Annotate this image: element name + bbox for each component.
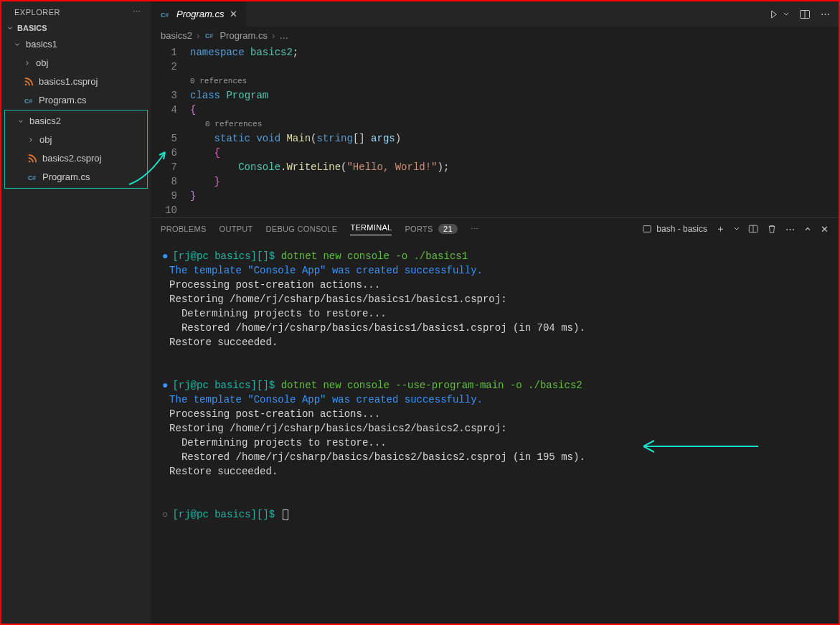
explorer-sidebar: EXPLORER ⋯ BASICS basics1 obj basics1.cs… (1, 1, 151, 624)
chevron-down-icon (6, 24, 14, 32)
file-basics2-program[interactable]: C# Program.cs (5, 168, 147, 187)
term-line: Restore succeeded. (162, 464, 827, 479)
svg-text:C#: C# (161, 11, 169, 18)
tok-close: ) (438, 161, 443, 173)
tok-args: args (371, 133, 395, 144)
term-line: The template "Console App" was created s… (162, 393, 827, 407)
chevron-right-icon: › (272, 30, 275, 41)
breadcrumb-folder: basics2 (161, 30, 192, 41)
csharp-file-icon: C# (23, 95, 34, 106)
trash-icon[interactable] (767, 224, 777, 234)
term-line: Processing post-creation actions... (162, 278, 827, 292)
chevron-up-icon[interactable] (803, 225, 812, 233)
bottom-panel: PROBLEMS OUTPUT DEBUG CONSOLE TERMINAL P… (151, 217, 839, 624)
prompt: [rj@pc basics][]$ (172, 250, 280, 262)
file-label: basics1.csproj (39, 74, 98, 90)
folder-basics2[interactable]: basics2 (5, 112, 147, 131)
terminal-selector[interactable]: bash - basics (642, 224, 707, 234)
terminal-dropdown-icon[interactable] (734, 226, 740, 232)
csproj-file-icon (23, 76, 34, 88)
cursor (283, 509, 288, 520)
close-panel-icon[interactable]: ✕ (821, 224, 829, 235)
tab-label: Program.cs (176, 9, 224, 19)
panel-tabs: PROBLEMS OUTPUT DEBUG CONSOLE TERMINAL P… (151, 218, 839, 240)
highlighted-folder-box: basics2 obj basics2.csproj C# Program.cs (4, 110, 148, 189)
folder-label: obj (36, 55, 48, 71)
chevron-down-icon (16, 118, 25, 125)
tab-program-cs[interactable]: C# Program.cs ✕ (151, 1, 247, 27)
term-line: Determining projects to restore... (162, 306, 827, 321)
breadcrumb-ellipsis: … (279, 30, 288, 41)
csproj-file-icon (27, 153, 38, 164)
tok-writeline: WriteLine (286, 161, 341, 173)
code-editor[interactable]: 1 2 3 4 5 6 7 8 9 10 namespace basics2; … (151, 44, 839, 217)
tab-problems[interactable]: PROBLEMS (161, 225, 207, 233)
term-line: Restored /home/rj/csharp/basics/basics1/… (162, 321, 827, 335)
folder-obj-2[interactable]: obj (5, 131, 147, 149)
term-line: Restored /home/rj/csharp/basics/basics2/… (162, 450, 827, 464)
tab-output[interactable]: OUTPUT (220, 225, 253, 233)
terminal-name: bash - basics (656, 224, 707, 234)
folder-obj[interactable]: obj (1, 54, 151, 72)
svg-point-0 (25, 84, 27, 86)
more-icon[interactable]: ⋯ (821, 9, 830, 19)
svg-text:C#: C# (205, 32, 213, 39)
breadcrumb[interactable]: basics2 › C# Program.cs › … (151, 27, 839, 44)
split-terminal-icon[interactable] (748, 224, 758, 234)
ports-count-badge: 21 (438, 224, 458, 234)
tok-static: static (214, 133, 250, 144)
svg-text:C#: C# (28, 174, 36, 182)
line-gutter: 1 2 3 4 5 6 7 8 9 10 (151, 45, 190, 217)
explorer-section-header[interactable]: BASICS (1, 21, 151, 35)
ports-label: PORTS (405, 225, 433, 233)
file-basics1-program[interactable]: C# Program.cs (1, 91, 151, 110)
term-line: Determining projects to restore... (162, 436, 827, 450)
tab-terminal[interactable]: TERMINAL (350, 223, 392, 235)
tok-class: class (190, 90, 220, 101)
tok-semi: ; (293, 47, 298, 58)
command: dotnet new console -o ./basics1 (281, 250, 468, 262)
prompt: [rj@pc basics][]$ (172, 509, 280, 520)
codelens[interactable]: 0 references (190, 74, 839, 88)
tab-debug-console[interactable]: DEBUG CONSOLE (266, 225, 338, 233)
tok-semi: ; (443, 161, 449, 173)
folder-basics1[interactable]: basics1 (1, 35, 151, 54)
file-tree: basics1 obj basics1.csproj C# Program.cs… (1, 35, 151, 189)
term-line: Restore succeeded. (162, 335, 827, 349)
folder-label: obj (39, 132, 52, 148)
file-basics1-csproj[interactable]: basics1.csproj (1, 72, 151, 91)
split-editor-icon[interactable] (799, 9, 811, 20)
folder-label: basics2 (29, 113, 61, 129)
tok-brackets: [] (353, 133, 365, 144)
new-terminal-icon[interactable]: ＋ (716, 222, 725, 235)
tok-main: Main (286, 133, 311, 144)
tok-console: Console (238, 161, 280, 173)
tab-ports[interactable]: PORTS 21 (405, 225, 457, 233)
close-icon[interactable]: ✕ (230, 9, 237, 19)
terminal-content[interactable]: ●[rj@pc basics][]$ dotnet new console -o… (151, 240, 839, 624)
explorer-title: EXPLORER (14, 8, 60, 17)
codelens[interactable]: 0 references (190, 117, 839, 131)
term-line: Processing post-creation actions... (162, 407, 827, 421)
chevron-right-icon (23, 60, 32, 67)
command: dotnet new console --use-program-main -o… (281, 380, 582, 391)
chevron-right-icon: › (197, 30, 199, 41)
editor-tabs: C# Program.cs ✕ ⋯ (151, 1, 839, 27)
file-basics2-csproj[interactable]: basics2.csproj (5, 149, 147, 168)
folder-label: basics1 (26, 37, 57, 52)
term-line: The template "Console App" was created s… (162, 263, 827, 278)
tok-string-lit: "Hello, World!" (346, 161, 437, 173)
tok-void: void (256, 133, 280, 144)
tok-namespace: namespace (190, 47, 245, 58)
panel-more-icon[interactable]: ⋯ (471, 225, 478, 234)
terminal-profile-icon (642, 224, 652, 234)
panel-more-icon[interactable]: ⋯ (785, 224, 795, 235)
term-line: Restoring /home/rj/csharp/basics/basics2… (162, 421, 827, 436)
tok-nsname: basics2 (250, 47, 293, 58)
run-icon[interactable] (770, 9, 789, 20)
csharp-file-icon: C# (27, 171, 38, 183)
prompt: [rj@pc basics][]$ (172, 380, 280, 391)
bullet-icon: ● (162, 250, 168, 262)
chevron-right-icon (27, 136, 35, 144)
explorer-more-icon[interactable]: ⋯ (133, 7, 141, 17)
